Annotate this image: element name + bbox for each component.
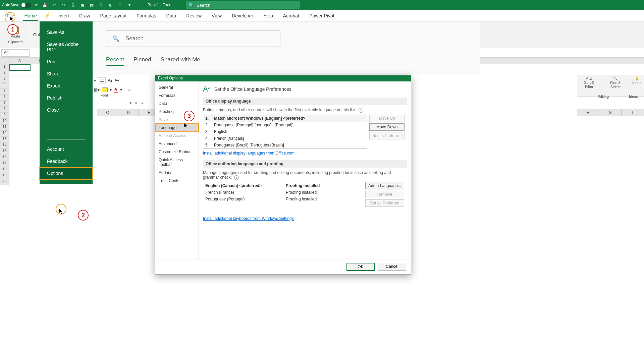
backstage-search[interactable]: 🔍 Search <box>106 30 280 47</box>
backstage-close[interactable]: Close <box>40 104 93 116</box>
fill-dropdown-icon[interactable]: ▾ <box>110 87 112 92</box>
nav-easeofaccess[interactable]: Ease of Access <box>155 132 199 140</box>
align-icon[interactable]: ≡ <box>128 87 130 92</box>
info-icon[interactable]: i <box>359 108 363 113</box>
display-language-list[interactable]: 1.Match Microsoft Windows [English] <pre… <box>203 115 367 149</box>
qat-icon-4[interactable]: 🗎 <box>98 1 105 9</box>
row-18[interactable]: 18 <box>0 167 9 173</box>
tab-formulas[interactable]: Formulas <box>132 10 161 21</box>
nav-language[interactable]: Language <box>155 124 199 132</box>
decrease-font-icon[interactable]: A▾ <box>114 78 119 83</box>
name-box[interactable] <box>1 49 30 57</box>
auth-row-2[interactable]: French (France)Proofing installed <box>203 189 363 196</box>
cancel-button[interactable]: Cancel <box>378 263 406 271</box>
nav-formulas[interactable]: Formulas <box>155 92 199 100</box>
save-icon[interactable]: 💾 <box>41 1 49 9</box>
backstage-save-adobe-pdf[interactable]: Save as Adobe PDF <box>40 38 93 56</box>
tab-pagelayout[interactable]: Page Layout <box>96 10 131 21</box>
tab-help[interactable]: Help <box>259 10 278 21</box>
row-8[interactable]: 8 <box>0 107 9 113</box>
ok-button[interactable]: OK <box>346 263 375 271</box>
add-language-button[interactable]: Add a Language... <box>365 182 404 189</box>
row-6[interactable]: 6 <box>0 95 9 101</box>
cell-A2[interactable] <box>9 70 30 76</box>
col-T[interactable]: T <box>622 109 644 116</box>
fmla-dropdown-icon[interactable]: ▾ <box>129 101 132 106</box>
row-12[interactable]: 12 <box>0 131 9 137</box>
tab-acrobat[interactable]: Acrobat <box>278 10 304 21</box>
row-13[interactable]: 13 <box>0 137 9 143</box>
qat-icon-5[interactable]: ⊞ <box>107 1 114 9</box>
row-4[interactable]: 4 <box>0 82 9 88</box>
row-17[interactable]: 17 <box>0 161 9 167</box>
move-up-button[interactable]: Move Up <box>369 115 405 122</box>
nav-trustcenter[interactable]: Trust Center <box>155 177 199 185</box>
move-down-button[interactable]: Move Down <box>369 123 405 131</box>
row-3[interactable]: 3 <box>0 76 9 82</box>
tab-pinned[interactable]: Pinned <box>133 56 151 66</box>
backstage-share[interactable]: Share <box>40 68 93 80</box>
find-select-group[interactable]: 🔍 Find & Select <box>605 76 626 89</box>
row-19[interactable]: 19 <box>0 173 9 179</box>
qat-icon-3[interactable]: ▤ <box>88 1 96 9</box>
row-14[interactable]: 14 <box>0 143 9 149</box>
auth-row-3[interactable]: Portuguese (Portugal)Proofing installed <box>203 196 363 202</box>
row-11[interactable]: 11 <box>0 125 9 131</box>
tab-shared[interactable]: Shared with Me <box>161 56 200 66</box>
fill-color-icon[interactable] <box>102 87 108 92</box>
lang-row-1[interactable]: 1.Match Microsoft Windows [English] <pre… <box>203 115 367 122</box>
tab-powerpivot[interactable]: Power Pivot <box>305 10 339 21</box>
auth-row-1[interactable]: English (Canada) <preferred>Proofing ins… <box>203 182 363 189</box>
tab-draw[interactable]: Draw <box>74 10 95 21</box>
font-size-box[interactable]: 11 <box>98 77 106 83</box>
backstage-export[interactable]: Export <box>40 80 93 92</box>
undo-icon[interactable]: ↶ <box>51 1 58 9</box>
lang-row-5[interactable]: 5.Portuguese (Brazil) [Português (Brasil… <box>203 142 367 148</box>
redo-icon[interactable]: ↷ <box>60 1 67 9</box>
row-16[interactable]: 16 <box>0 155 9 161</box>
col-S[interactable]: S <box>599 109 622 116</box>
nav-data[interactable]: Data <box>155 100 199 108</box>
nav-addins[interactable]: Add-ins <box>155 169 199 177</box>
select-all-corner[interactable] <box>0 58 9 64</box>
nav-advanced[interactable]: Advanced <box>155 140 199 148</box>
tab-data[interactable]: Data <box>162 10 181 21</box>
font-size-dropdown-icon[interactable]: ▾ <box>94 78 96 83</box>
autosave-toggle[interactable]: AutoSave Off <box>2 3 38 8</box>
tab-lightning-icon[interactable]: ⚡ <box>42 10 52 21</box>
backstage-feedback[interactable]: Feedback <box>40 155 93 167</box>
search-box[interactable]: 🔍 Search <box>186 1 300 9</box>
install-display-lang-link[interactable]: Install additional display languages fro… <box>203 151 294 156</box>
qat-icon-2[interactable]: ▦ <box>79 1 86 9</box>
col-A[interactable]: A <box>9 58 30 64</box>
row-7[interactable]: 7 <box>0 101 9 107</box>
lang-row-4[interactable]: 4.French [français] <box>203 135 367 142</box>
backstage-account[interactable]: Account <box>40 143 93 155</box>
backstage-options[interactable]: Options <box>40 167 93 179</box>
remove-language-button[interactable]: Remove <box>365 191 404 198</box>
col-C[interactable]: C <box>97 109 118 116</box>
info-icon[interactable]: i <box>234 175 239 180</box>
nav-general[interactable]: General <box>155 83 199 92</box>
fontcolor-dropdown-icon[interactable]: ▾ <box>120 87 122 92</box>
row-20[interactable]: 20 <box>0 179 9 185</box>
border-icon[interactable]: ▦▾ <box>94 87 100 92</box>
cancel-icon[interactable]: ✕ <box>135 101 138 106</box>
authoring-language-list[interactable]: English (Canada) <preferred>Proofing ins… <box>203 182 363 214</box>
row-9[interactable]: 9 <box>0 113 9 119</box>
nav-customize-ribbon[interactable]: Customize Ribbon <box>155 148 199 156</box>
set-preferred-auth-button[interactable]: Set as Preferred <box>365 199 404 207</box>
row-2[interactable]: 2 <box>0 70 9 76</box>
tab-developer[interactable]: Developer <box>227 10 258 21</box>
backstage-publish[interactable]: Publish <box>40 92 93 104</box>
row-10[interactable]: 10 <box>0 119 9 125</box>
nav-quick-access[interactable]: Quick Access Toolbar <box>155 156 199 169</box>
col-R[interactable]: R <box>577 109 599 116</box>
tab-review[interactable]: Review <box>181 10 206 21</box>
backstage-print[interactable]: Print <box>40 56 93 68</box>
ideas-group[interactable]: 💡 Ideas <box>632 76 641 85</box>
qat-icon-1[interactable]: ⎘ <box>69 1 77 9</box>
row-5[interactable]: 5 <box>0 88 9 95</box>
backstage-saveas[interactable]: Save As <box>40 26 93 38</box>
qat-icon-6[interactable]: ≡ <box>116 1 124 9</box>
